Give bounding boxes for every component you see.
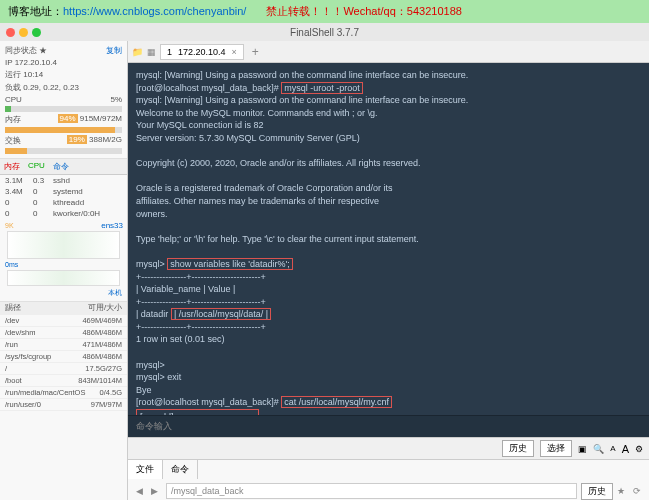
- latency-chart: [7, 270, 120, 286]
- maximize-icon[interactable]: [32, 28, 41, 37]
- search-icon[interactable]: 🔍: [593, 444, 604, 454]
- fs-row[interactable]: /dev/shm486M/486M: [0, 327, 127, 339]
- nav-fwd-icon[interactable]: ▶: [147, 486, 162, 496]
- file-tabs: 文件 命令: [128, 459, 649, 479]
- nav-back-icon[interactable]: ◀: [132, 486, 147, 496]
- copy-link[interactable]: 复制: [106, 45, 122, 56]
- files-tab[interactable]: 文件: [128, 460, 163, 479]
- net-chart: [7, 231, 120, 259]
- ip-value: 172.20.10.4: [15, 58, 57, 67]
- fs-row[interactable]: /17.5G/27G: [0, 363, 127, 375]
- add-tab-icon[interactable]: +: [248, 45, 263, 59]
- close-icon[interactable]: [6, 28, 15, 37]
- minimize-icon[interactable]: [19, 28, 28, 37]
- window-title: FinalShell 3.7.7: [290, 27, 359, 38]
- star-icon[interactable]: ★: [39, 46, 47, 55]
- fs-row[interactable]: /dev469M/469M: [0, 315, 127, 327]
- process-row[interactable]: 3.1M0.3sshd: [0, 175, 127, 186]
- grid-icon[interactable]: ▦: [147, 47, 156, 57]
- process-list: 3.1M0.3sshd3.4M0systemd00kthreadd00kwork…: [0, 175, 127, 219]
- refresh-icon[interactable]: ⟳: [629, 486, 645, 496]
- cpu-pct: 5%: [110, 95, 122, 104]
- bottom-toolbar: 历史 选择 ▣ 🔍 A A ⚙: [128, 437, 649, 459]
- path-history-button[interactable]: 历史: [581, 483, 613, 500]
- proc-header: 内存 CPU 命令: [0, 159, 127, 175]
- hl-datadir-val: | /usr/local/mysql/data/ |: [171, 308, 271, 320]
- sidebar: 同步状态 ★复制 IP 172.20.10.4 运行 10:14 负载 0.29…: [0, 41, 128, 500]
- close-tab-icon[interactable]: ×: [232, 47, 237, 57]
- path-input[interactable]: [166, 483, 577, 499]
- hl-cat-cmd: cat /usr/local/mysql/my.cnf: [281, 396, 392, 408]
- process-row[interactable]: 3.4M0systemd: [0, 186, 127, 197]
- contact-text: Wechat/qq：543210188: [343, 5, 461, 17]
- uptime: 10:14: [23, 70, 43, 79]
- font-larger-icon[interactable]: A: [622, 443, 629, 455]
- sync-title: 同步状态: [5, 46, 37, 55]
- traffic-lights: [6, 28, 41, 37]
- tab-bar: 📁 ▦ 1 172.20.10.4 × +: [128, 41, 649, 63]
- cmd-tab[interactable]: 命令: [163, 460, 198, 479]
- terminal[interactable]: mysql: [Warning] Using a password on the…: [128, 63, 649, 415]
- process-row[interactable]: 00kthreadd: [0, 197, 127, 208]
- fs-list: 踢径可用/大小 /dev469M/469M/dev/shm486M/486M/r…: [0, 302, 127, 411]
- swap-pct: 19%: [67, 135, 87, 144]
- local-link[interactable]: 本机: [5, 288, 122, 298]
- font-smaller-icon[interactable]: A: [610, 444, 615, 453]
- fs-row[interactable]: /sys/fs/cgroup486M/486M: [0, 351, 127, 363]
- fs-row[interactable]: /run/media/mac/CentOS0/4.5G: [0, 387, 127, 399]
- bookmark-icon[interactable]: ★: [613, 486, 629, 496]
- fs-row[interactable]: /run471M/486M: [0, 339, 127, 351]
- mem-pct: 94%: [58, 114, 78, 123]
- blog-url[interactable]: https://www.cnblogs.com/chenyanbin/: [63, 5, 246, 17]
- process-row[interactable]: 00kworker/0:0H: [0, 208, 127, 219]
- load: 0.29, 0.22, 0.23: [23, 83, 79, 92]
- blog-label: 博客地址：: [8, 5, 63, 17]
- terminal-icon[interactable]: ▣: [578, 444, 587, 454]
- select-button[interactable]: 选择: [540, 440, 572, 457]
- fs-row[interactable]: /run/user/097M/97M: [0, 399, 127, 411]
- iface[interactable]: ens33: [101, 221, 123, 230]
- warn-text: 禁止转载！！！: [266, 5, 343, 17]
- history-button[interactable]: 历史: [502, 440, 534, 457]
- hl-mysql-login: mysql -uroot -proot: [281, 82, 363, 94]
- tab-ip: 172.20.10.4: [178, 47, 226, 57]
- top-banner: 博客地址：https://www.cnblogs.com/chenyanbin/…: [0, 0, 649, 23]
- command-input[interactable]: 命令输入: [128, 415, 649, 437]
- window-titlebar: FinalShell 3.7.7: [0, 23, 649, 41]
- hl-show-vars: show variables like 'datadir%';: [167, 258, 293, 270]
- connection-tab[interactable]: 1 172.20.10.4 ×: [160, 44, 244, 60]
- fs-row[interactable]: /boot843M/1014M: [0, 375, 127, 387]
- path-bar: ◀ ▶ 历史 ★ ⟳: [128, 479, 649, 500]
- settings-icon[interactable]: ⚙: [635, 444, 643, 454]
- folder-icon[interactable]: 📁: [132, 47, 143, 57]
